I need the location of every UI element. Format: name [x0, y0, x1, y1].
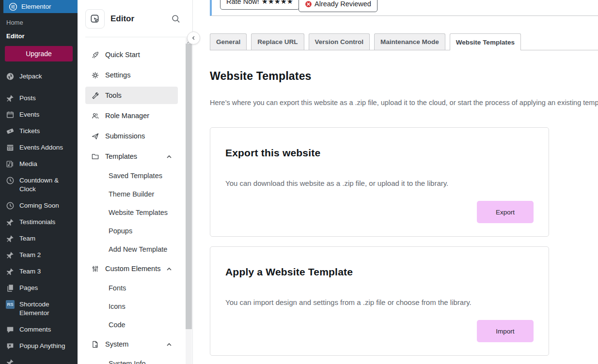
- sidebar-item-label: Templates: [105, 152, 137, 160]
- import-card-description: You can import design and settings from …: [225, 298, 534, 306]
- pushpin-icon: [6, 251, 15, 259]
- tab-replace-url[interactable]: Replace URL: [251, 33, 304, 50]
- tab-general[interactable]: General: [210, 33, 247, 50]
- rate-now-label: Rate Now!: [226, 0, 259, 5]
- import-button[interactable]: Import: [477, 320, 534, 342]
- wp-menu-item-jetpack[interactable]: Jetpack: [0, 68, 78, 85]
- sidebar-item-templates[interactable]: Templates: [78, 146, 192, 167]
- sidebar-item-code[interactable]: Code: [78, 316, 192, 334]
- sidebar-item-popups[interactable]: Popups: [78, 222, 192, 240]
- tab-maintenance-mode[interactable]: Maintenance Mode: [374, 33, 445, 50]
- export-card-description: You can download this website as a .zip …: [225, 179, 534, 187]
- wp-menu-item-team-3[interactable]: Team 3: [0, 263, 78, 280]
- upgrade-button[interactable]: Upgrade: [5, 46, 73, 61]
- sidebar-scrollbar[interactable]: [186, 38, 192, 364]
- wp-menu-item-countdown-clock[interactable]: Countdown & Clock: [0, 172, 78, 197]
- wp-menu-label: Team 2: [19, 251, 41, 259]
- wp-menu-item-coming-soon[interactable]: Coming Soon: [0, 197, 78, 214]
- wp-menu-item-shortcode-elementor[interactable]: RS Shortcode Elementor: [0, 296, 78, 321]
- media-icon: [6, 160, 15, 168]
- wp-menu-item-posts[interactable]: Posts: [0, 90, 78, 106]
- folder-icon: [91, 152, 99, 161]
- editor-sidebar: Editor Quick Start Settings: [78, 0, 193, 364]
- export-button[interactable]: Export: [477, 201, 534, 223]
- wp-menu-label: Shortcode Elementor: [19, 300, 74, 318]
- rs-badge-icon: RS: [6, 300, 15, 309]
- wp-menu-label: Posts: [19, 94, 36, 103]
- paper-plane-icon: [91, 132, 99, 140]
- already-reviewed-button[interactable]: Already Reviewed: [299, 0, 378, 12]
- collapse-sidebar-button[interactable]: [187, 31, 200, 45]
- rate-now-button[interactable]: Rate Now! ★★★★★: [220, 0, 299, 10]
- sidebar-item-fonts[interactable]: Fonts: [78, 279, 192, 297]
- jetpack-icon: [6, 72, 15, 81]
- wp-menu-item-pages[interactable]: Pages: [0, 280, 78, 296]
- wp-menu-item-partial[interactable]: [0, 354, 78, 364]
- wp-menu-label: Popup Anything: [19, 342, 65, 350]
- sidebar-item-system-info[interactable]: System Info: [78, 354, 192, 364]
- wp-menu-item-popup-anything[interactable]: Popup Anything: [0, 338, 78, 354]
- sidebar-item-system[interactable]: System: [78, 334, 192, 354]
- wp-menu-label: Countdown & Clock: [19, 176, 74, 194]
- sidebar-item-role-manager[interactable]: Role Manager: [78, 106, 192, 126]
- scrollbar-thumb[interactable]: [186, 44, 192, 329]
- wp-menu-item-testimonials[interactable]: Testimonials: [0, 214, 78, 230]
- editor-app-icon: [85, 9, 105, 29]
- wp-menu-label: Media: [19, 160, 37, 168]
- wp-submenu-editor[interactable]: Editor: [6, 32, 72, 40]
- export-card-title: Export this website: [225, 147, 534, 159]
- sidebar-item-quick-start[interactable]: Quick Start: [78, 45, 192, 65]
- import-card-title: Apply a Website Template: [225, 266, 534, 278]
- wp-menu-item-comments[interactable]: Comments: [0, 321, 78, 338]
- pushpin-icon: [6, 358, 15, 364]
- sidebar-item-theme-builder[interactable]: Theme Builder: [78, 185, 192, 203]
- users-icon: [91, 112, 99, 120]
- chevron-up-icon: [166, 341, 172, 347]
- page-title: Website Templates: [210, 70, 598, 83]
- sidebar-item-custom-elements[interactable]: Custom Elements: [78, 258, 192, 279]
- editor-sidebar-header: Editor: [78, 0, 192, 37]
- wrench-icon: [91, 91, 99, 100]
- wp-menu-item-tickets[interactable]: Tickets: [0, 123, 78, 139]
- wp-admin-menu: Jetpack Posts Events Tickets Events Addo…: [0, 68, 78, 364]
- wp-menu-item-elementor[interactable]: Elementor: [3, 0, 78, 13]
- sidebar-item-tools[interactable]: Tools: [78, 85, 192, 106]
- wp-brand-label: Elementor: [21, 3, 51, 10]
- rating-stars: ★★★★★: [262, 0, 293, 5]
- screen: Elementor Home Editor Upgrade Jetpack Po…: [0, 0, 598, 364]
- sidebar-item-label: Tools: [105, 91, 122, 99]
- wp-menu-separator: [0, 85, 78, 90]
- sidebar-item-icons[interactable]: Icons: [78, 297, 192, 316]
- sidebar-item-add-new-template[interactable]: Add New Template: [78, 240, 192, 258]
- wp-menu-item-team[interactable]: Team: [0, 230, 78, 247]
- sidebar-item-label: System: [105, 340, 128, 348]
- sidebar-item-settings[interactable]: Settings: [78, 65, 192, 85]
- wp-menu-item-team-2[interactable]: Team 2: [0, 247, 78, 263]
- document-gear-icon: [91, 340, 99, 349]
- sidebar-item-website-templates[interactable]: Website Templates: [78, 203, 192, 222]
- sidebar-item-saved-templates[interactable]: Saved Templates: [78, 167, 192, 185]
- already-reviewed-label: Already Reviewed: [315, 0, 371, 8]
- search-icon[interactable]: [171, 14, 181, 24]
- wp-menu-item-events-addons[interactable]: Events Addons: [0, 139, 78, 156]
- sidebar-item-label: Quick Start: [105, 51, 140, 59]
- pushpin-icon: [6, 94, 15, 103]
- chevron-up-icon: [166, 266, 172, 272]
- wp-admin-sidebar: Elementor Home Editor Upgrade Jetpack Po…: [0, 0, 78, 364]
- wp-menu-label: Jetpack: [19, 72, 42, 81]
- sidebar-item-label: Role Manager: [105, 112, 149, 120]
- import-card: Apply a Website Template You can import …: [210, 246, 549, 356]
- sidebar-item-submissions[interactable]: Submissions: [78, 126, 192, 146]
- wp-menu-item-events[interactable]: Events: [0, 106, 78, 123]
- review-notice: Rate Now! ★★★★★ Already Reviewed: [210, 0, 598, 16]
- wp-submenu-home[interactable]: Home: [6, 19, 72, 26]
- popup-close-icon: [6, 342, 15, 350]
- wp-menu-label: Testimonials: [19, 218, 55, 227]
- pushpin-icon: [6, 234, 15, 243]
- tab-version-control[interactable]: Version Control: [309, 33, 370, 50]
- sidebar-item-label: Settings: [105, 71, 130, 79]
- wp-menu-item-media[interactable]: Media: [0, 156, 78, 172]
- wp-menu-label: Coming Soon: [19, 201, 59, 210]
- tab-website-templates[interactable]: Website Templates: [450, 33, 521, 50]
- comment-icon: [6, 325, 15, 334]
